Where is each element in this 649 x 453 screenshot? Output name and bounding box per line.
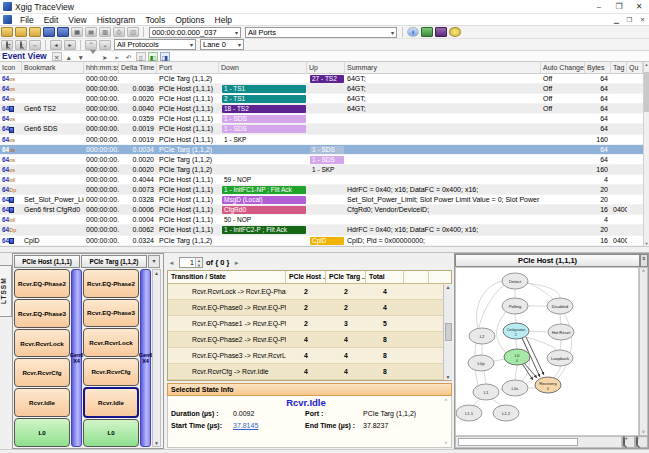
state-node-configuration[interactable]: Configuration2	[503, 323, 529, 339]
col-transition-state[interactable]: Transition / State	[168, 271, 286, 283]
state-node-polling[interactable]: Polling	[502, 298, 528, 314]
event-row[interactable]: 64Idl 000:00:00.000_038 0.0004 PCIe Host…	[0, 215, 643, 225]
close-button[interactable]: ✕	[629, 0, 649, 14]
menu-edit[interactable]: Edit	[39, 14, 64, 26]
close-view-icon[interactable]: ✕	[52, 52, 62, 61]
print-icon[interactable]: ⎙	[113, 27, 125, 37]
state-node-l0s[interactable]: L0s	[502, 380, 528, 396]
filter-icon[interactable]	[88, 52, 98, 61]
ltssm-column-selector[interactable]: ▾	[148, 255, 160, 268]
cursor-b-icon[interactable]: ➣	[112, 52, 122, 61]
goto-time-combo[interactable]: 000:00:00.000_037 ▾	[149, 27, 241, 38]
state-node-disabled[interactable]: Disabled	[547, 298, 573, 314]
mdi-close-button[interactable]: ✕	[636, 16, 649, 24]
col-pcie-host[interactable]: PCIe Host ...	[286, 271, 326, 283]
state-node-recovery[interactable]: Recovery4	[535, 377, 561, 393]
col-header-icon[interactable]: Icon	[0, 62, 22, 73]
trigger-setup-icon[interactable]	[435, 27, 447, 37]
ltssm-scrollbar[interactable]: ▲▼	[152, 269, 161, 447]
save-icon[interactable]	[43, 27, 55, 37]
zoom-in-icon[interactable]: +	[1, 40, 13, 50]
event-row[interactable]: 64os 000:00:00.000_037 PCIe Targ (1,1,2)…	[0, 74, 643, 84]
event-row[interactable]: 64os 000:00:00.000_037 0.0020 PCIe Host …	[0, 94, 643, 104]
state-node-l1[interactable]: L1	[473, 384, 499, 400]
open-recent-icon[interactable]	[15, 27, 27, 37]
event-row[interactable]: 64os 000:00:00.000_037 0.0034 PCIe Targ …	[0, 145, 643, 155]
diagram-title[interactable]: PCIe Host (1,1,1)	[455, 254, 640, 267]
ltssm-state-box[interactable]: Rcvr.RcvrLock	[83, 328, 139, 357]
col-header-port[interactable]: Port	[157, 62, 219, 73]
event-row[interactable]: 64 Gen6 first CfgRd0 000:00:00.000_038 0…	[0, 205, 643, 215]
search-back-icon[interactable]: ⌃	[85, 40, 97, 50]
event-row[interactable]: 64os 000:00:00.000_037 0.0020 PCIe Targ …	[0, 165, 643, 175]
mdi-restore-button[interactable]: ❐	[623, 16, 636, 24]
capture-filter-icon[interactable]	[421, 27, 433, 37]
col-header-up[interactable]: Up	[307, 62, 345, 73]
cursor-a-icon[interactable]: ➤	[100, 52, 110, 61]
menu-help[interactable]: Help	[210, 14, 237, 26]
transition-row[interactable]: Rcvr.EQ-Phase1 -> Rcvr.EQ-Phase2 2 3 5	[168, 316, 451, 332]
cursor-prev-icon[interactable]: ◂	[50, 40, 62, 50]
open-trace-icon[interactable]	[1, 27, 13, 37]
ltssm-state-box[interactable]: Rcvr.EQ-Phase3	[14, 299, 70, 328]
open-config-icon[interactable]	[29, 27, 41, 37]
zoom-fit-icon[interactable]: ↔	[29, 40, 41, 50]
col-header-bytes[interactable]: Bytes	[585, 62, 611, 73]
event-row[interactable]: 64os 000:00:00.000_037 0.0359 PCIe Host …	[0, 114, 643, 124]
undo-icon[interactable]: ↶	[124, 52, 134, 61]
event-row[interactable]: 64Idl 000:00:00.000_038 0.4044 PCIe Host…	[0, 175, 643, 185]
expand-down-icon[interactable]: ▼	[76, 52, 86, 61]
maximize-button[interactable]: ❐	[609, 0, 629, 14]
column-config-icon[interactable]: ▯	[136, 52, 146, 61]
ltssm-state-box[interactable]: Rcvr.EQ-Phase3	[83, 299, 139, 328]
capture-view-icon[interactable]: ▦	[71, 27, 83, 37]
col-pcie-targ[interactable]: PCIe Targ ...	[326, 271, 366, 283]
event-row[interactable]: 64 Set_Slot_Power_Limit 000:00:00.000_03…	[0, 195, 643, 205]
col-header-delta[interactable]: Delta Time	[119, 62, 157, 73]
state-node-l2[interactable]: L2	[469, 328, 495, 344]
col-total[interactable]: Total	[366, 271, 404, 283]
spinner-arrows-icon[interactable]: ▲▼	[195, 258, 202, 267]
ltssm-state-box[interactable]: Rcvr.RcvrCfg	[83, 358, 139, 387]
event-row[interactable]: 64 Gen6 SDS 000:00:00.000_037 0.0019 PCI…	[0, 124, 643, 134]
event-row[interactable]: 64os 000:00:00.000_037 0.0020 PCIe Targ …	[0, 155, 643, 165]
diagram-hscrollbar[interactable]	[455, 436, 622, 448]
pager-next-button[interactable]: ►	[232, 258, 241, 268]
event-table-scrollbar[interactable]: ▲▼	[643, 62, 649, 246]
state-node-l0[interactable]: L04	[504, 349, 530, 365]
cursor-next-icon[interactable]: ▸	[64, 40, 76, 50]
diagram-vscrollbar[interactable]: ˄˅	[639, 267, 648, 436]
diagram-canvas[interactable]: DetectPollingDisabledConfiguration2Hot R…	[455, 267, 639, 436]
info-icon[interactable]: i	[407, 27, 419, 37]
mdi-minimize-button[interactable]: ▁	[610, 16, 623, 24]
collapse-all-icon[interactable]: ◨	[160, 52, 170, 61]
event-row[interactable]: 64 CplD 000:00:00.000_038 0.0324 PCIe Ta…	[0, 236, 643, 246]
scrollbar-thumb[interactable]	[644, 72, 649, 112]
col-header-autochange[interactable]: Auto Change	[541, 62, 585, 73]
transition-row[interactable]: Rcvr.EQ-Phase0 -> Rcvr.EQ-Phase1 2 2 4	[168, 300, 451, 316]
state-node-hot-reset[interactable]: Hot Reset	[548, 324, 574, 340]
menu-tools[interactable]: Tools	[140, 14, 170, 26]
menu-file[interactable]: File	[15, 14, 39, 26]
ltssm-state-box[interactable]: L0	[83, 419, 139, 448]
start-time-link[interactable]: 37.8145	[233, 422, 305, 429]
zoom-out-icon[interactable]: -	[15, 40, 27, 50]
scrollbar-thumb[interactable]	[445, 323, 452, 341]
lane-combo[interactable]: Lane 0 ▾	[200, 39, 244, 50]
pager-spinbox[interactable]: 1 ▲▼	[179, 257, 203, 268]
ltssm-state-box[interactable]: Rcvr.Idle	[83, 387, 139, 418]
event-row[interactable]: 64Dp 000:00:00.000_038 0.0062 PCIe Host …	[0, 225, 643, 235]
expand-all-icon[interactable]: ◧	[148, 52, 158, 61]
grid-view-icon[interactable]: ▤	[85, 27, 97, 37]
diagram-zoom-in-button[interactable]: +	[622, 436, 635, 448]
minimize-button[interactable]: –	[589, 0, 609, 14]
menu-histogram[interactable]: Histogram	[92, 14, 141, 26]
transition-row[interactable]: Rcvr.RcvrCfg -> Rcvr.Idle 4 4 8	[168, 364, 451, 380]
collapse-up-icon[interactable]: ▲	[64, 52, 74, 61]
pager-prev-button[interactable]: ◄	[167, 258, 176, 268]
transition-row[interactable]: Rcvr.EQ-Phase2 -> Rcvr.EQ-Phase3 4 4 8	[168, 332, 451, 348]
state-node-l0p[interactable]: L0p	[468, 355, 494, 371]
state-node-loopback[interactable]: Loopback	[547, 350, 573, 366]
ltssm-host-header[interactable]: PCIe Host (1,1,1)	[14, 255, 80, 268]
hint-bulb-icon[interactable]	[449, 27, 461, 37]
